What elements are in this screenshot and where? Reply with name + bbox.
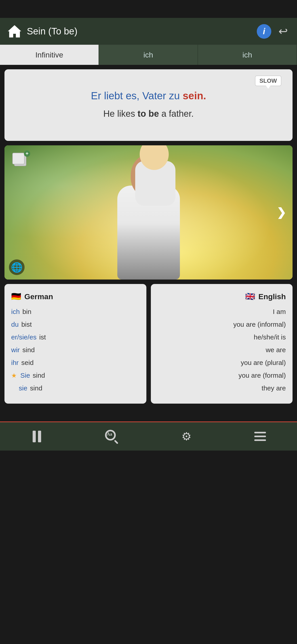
en-item-3: he/she/it is xyxy=(158,332,286,342)
page-title: Sein (To be) xyxy=(27,26,257,37)
en-item-4: we are xyxy=(158,345,286,355)
en-item-1: I am xyxy=(158,306,286,317)
sentence-card: SLOW Er liebt es, Vater zu sein. He like… xyxy=(4,69,293,141)
tab-infinitive[interactable]: Infinitive xyxy=(0,45,99,65)
german-card: 🇩🇪 German ich bin du bist er/sie/es ist … xyxy=(4,284,146,404)
english-card: 🇬🇧 English I am you are (informal) he/sh… xyxy=(151,284,293,404)
conj-item-ihr: ihr seid xyxy=(11,358,140,368)
english-sentence: He likes to be a father. xyxy=(103,109,194,119)
pause-icon xyxy=(33,431,41,442)
conjugation-row: 🇩🇪 German ich bin du bist er/sie/es ist … xyxy=(4,284,293,404)
home-icon xyxy=(8,25,21,38)
photo-image xyxy=(4,145,293,280)
star-icon: ★ xyxy=(11,371,17,380)
tab-bar: Infinitive ich ich xyxy=(0,45,297,65)
german-highlight: sein. xyxy=(183,90,206,102)
conj-item-ich: ich bin xyxy=(11,306,140,317)
conj-item-sie-plural: sie sind xyxy=(11,383,140,393)
search-button[interactable]: Aa xyxy=(102,426,122,446)
home-button[interactable] xyxy=(7,24,22,39)
globe-button[interactable]: 🌐 xyxy=(9,260,24,275)
german-sentence: Er liebt es, Vater zu sein. xyxy=(91,89,206,103)
conj-item-du: du bist xyxy=(11,319,140,330)
header: Sein (To be) i ↩ xyxy=(0,18,297,45)
slow-button[interactable]: SLOW xyxy=(255,76,281,86)
german-card-header: 🇩🇪 German xyxy=(11,292,140,301)
gear-icon: ⚙ xyxy=(181,430,192,443)
bottom-nav: Aa ⚙ xyxy=(0,422,297,450)
pause-button[interactable] xyxy=(28,428,46,446)
settings-button[interactable]: ⚙ xyxy=(177,428,195,446)
conj-item-wir: wir sind xyxy=(11,345,140,355)
en-item-5: you are (plural) xyxy=(158,358,286,368)
globe-icon: 🌐 xyxy=(11,262,22,273)
plus-icon: + xyxy=(24,150,30,157)
conj-item-sie-formal: ★ Sie sind xyxy=(11,370,140,380)
tab-ich-1[interactable]: ich xyxy=(99,45,198,65)
english-card-header: 🇬🇧 English xyxy=(158,292,286,301)
en-item-6: you are (formal) xyxy=(158,370,286,380)
en-item-7: they are xyxy=(158,383,286,393)
conj-item-er: er/sie/es ist xyxy=(11,332,140,342)
back-button[interactable]: ↩ xyxy=(276,24,290,39)
english-bold: to be xyxy=(138,109,159,118)
card-stack-icon: + xyxy=(12,153,28,167)
menu-icon xyxy=(254,432,266,441)
next-button[interactable]: ❯ xyxy=(275,206,288,219)
photo-section: + ❯ 🌐 xyxy=(4,145,293,280)
en-item-2: you are (informal) xyxy=(158,319,286,330)
german-flag-icon: 🇩🇪 xyxy=(11,292,21,301)
status-bar xyxy=(0,0,297,18)
tab-ich-2[interactable]: ich xyxy=(198,45,297,65)
info-button[interactable]: i xyxy=(257,24,271,39)
english-flag-icon: 🇬🇧 xyxy=(245,292,255,301)
header-icons: i ↩ xyxy=(257,24,290,39)
menu-button[interactable] xyxy=(251,428,269,446)
figure xyxy=(93,150,205,280)
add-card-button[interactable]: + xyxy=(10,151,30,169)
